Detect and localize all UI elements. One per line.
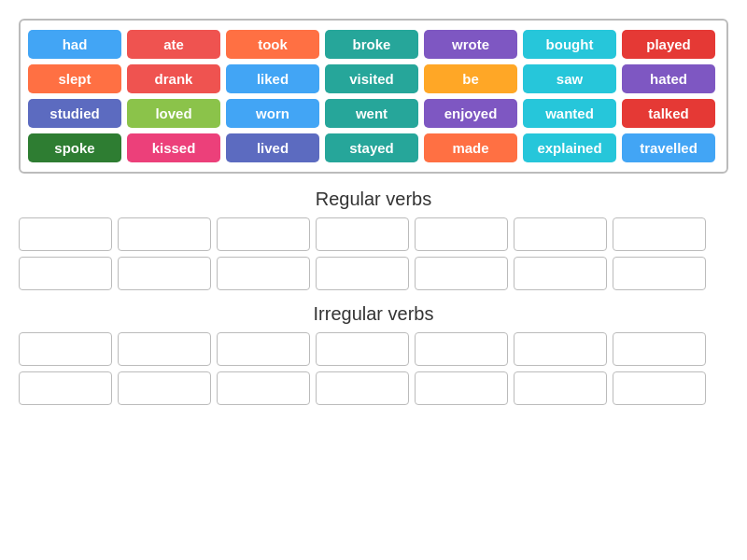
drop-box-1-0-4[interactable] — [415, 332, 508, 366]
regular-verbs-section: Regular verbs — [19, 189, 728, 303]
word-tile-made[interactable]: made — [424, 133, 517, 162]
word-tile-broke[interactable]: broke — [325, 30, 418, 59]
drop-box-0-1-4[interactable] — [415, 257, 508, 290]
drop-box-1-1-0[interactable] — [19, 371, 112, 405]
word-tile-went[interactable]: went — [325, 99, 418, 128]
drop-row-1-0 — [19, 332, 728, 366]
word-tile-loved[interactable]: loved — [127, 99, 220, 128]
word-tile-played[interactable]: played — [622, 30, 715, 59]
regular-verbs-title: Regular verbs — [19, 189, 728, 210]
drop-box-0-0-1[interactable] — [118, 217, 211, 251]
word-bank: hadatetookbrokewroteboughtplayedsleptdra… — [19, 19, 728, 174]
word-tile-lived[interactable]: lived — [226, 133, 319, 162]
word-tile-wanted[interactable]: wanted — [523, 99, 616, 128]
word-tile-enjoyed[interactable]: enjoyed — [424, 99, 517, 128]
drop-box-0-0-6[interactable] — [613, 217, 706, 251]
word-bank-row-0: hadatetookbrokewroteboughtplayed — [28, 30, 719, 59]
word-tile-be[interactable]: be — [424, 64, 517, 93]
word-tile-had[interactable]: had — [28, 30, 121, 59]
irregular-verbs-title: Irregular verbs — [19, 303, 728, 325]
drop-row-0-1 — [19, 257, 728, 290]
drop-box-0-0-3[interactable] — [316, 217, 409, 251]
drop-box-1-1-4[interactable] — [415, 371, 508, 405]
word-tile-bought[interactable]: bought — [523, 30, 616, 59]
drop-box-1-1-1[interactable] — [118, 371, 211, 405]
drop-box-0-0-5[interactable] — [514, 217, 607, 251]
drop-box-0-0-0[interactable] — [19, 217, 112, 251]
drop-box-1-0-6[interactable] — [613, 332, 706, 366]
word-tile-kissed[interactable]: kissed — [127, 133, 220, 162]
drop-box-1-0-0[interactable] — [19, 332, 112, 366]
drop-box-1-0-1[interactable] — [118, 332, 211, 366]
word-tile-drank[interactable]: drank — [127, 64, 220, 93]
word-tile-talked[interactable]: talked — [622, 99, 715, 128]
drop-box-0-1-3[interactable] — [316, 257, 409, 290]
regular-verbs-dropzone — [19, 217, 728, 290]
drop-box-0-1-5[interactable] — [514, 257, 607, 290]
drop-box-1-1-3[interactable] — [316, 371, 409, 405]
word-bank-row-1: sleptdranklikedvisitedbesawhated — [28, 64, 719, 93]
drop-box-0-1-6[interactable] — [613, 257, 706, 290]
drop-box-1-0-5[interactable] — [514, 332, 607, 366]
word-tile-liked[interactable]: liked — [226, 64, 319, 93]
word-tile-wrote[interactable]: wrote — [424, 30, 517, 59]
word-tile-studied[interactable]: studied — [28, 99, 121, 128]
word-tile-visited[interactable]: visited — [325, 64, 418, 93]
drop-box-0-0-4[interactable] — [415, 217, 508, 251]
irregular-verbs-section: Irregular verbs — [19, 303, 728, 418]
drop-box-1-1-5[interactable] — [514, 371, 607, 405]
word-tile-hated[interactable]: hated — [622, 64, 715, 93]
drop-box-0-1-2[interactable] — [217, 257, 310, 290]
word-tile-stayed[interactable]: stayed — [325, 133, 418, 162]
drop-box-1-0-3[interactable] — [316, 332, 409, 366]
drop-box-1-1-6[interactable] — [613, 371, 706, 405]
drop-row-0-0 — [19, 217, 728, 251]
drop-box-1-1-2[interactable] — [217, 371, 310, 405]
word-tile-saw[interactable]: saw — [523, 64, 616, 93]
word-bank-row-3: spokekissedlivedstayedmadeexplainedtrave… — [28, 133, 719, 162]
irregular-verbs-dropzone — [19, 332, 728, 405]
word-tile-travelled[interactable]: travelled — [622, 133, 715, 162]
word-tile-slept[interactable]: slept — [28, 64, 121, 93]
drop-box-1-0-2[interactable] — [217, 332, 310, 366]
word-tile-ate[interactable]: ate — [127, 30, 220, 59]
word-tile-explained[interactable]: explained — [523, 133, 616, 162]
word-tile-worn[interactable]: worn — [226, 99, 319, 128]
drop-row-1-1 — [19, 371, 728, 405]
drop-box-0-0-2[interactable] — [217, 217, 310, 251]
word-tile-spoke[interactable]: spoke — [28, 133, 121, 162]
word-bank-row-2: studiedlovedwornwentenjoyedwantedtalked — [28, 99, 719, 128]
drop-box-0-1-0[interactable] — [19, 257, 112, 290]
word-tile-took[interactable]: took — [226, 30, 319, 59]
drop-box-0-1-1[interactable] — [118, 257, 211, 290]
